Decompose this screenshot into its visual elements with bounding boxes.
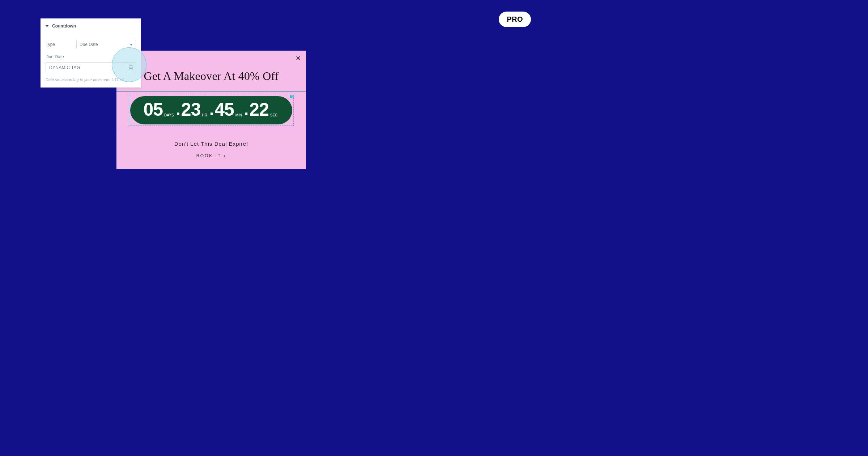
timezone-hint: Date set according to your timezone: UTC… — [46, 73, 136, 82]
countdown-seconds-label: SEC — [269, 113, 279, 119]
countdown-separator: . — [244, 102, 248, 118]
type-select[interactable]: Due Date — [76, 40, 136, 49]
countdown-separator: . — [209, 102, 214, 118]
type-label: Type — [46, 42, 55, 47]
due-date-label: Due Date — [46, 52, 136, 62]
chevron-down-icon — [130, 44, 133, 46]
popup-subtitle: Don't Let This Deal Expire! — [116, 129, 306, 153]
countdown-separator: . — [176, 102, 180, 118]
chevron-right-icon: › — [224, 153, 226, 158]
book-it-button[interactable]: BOOK IT › — [116, 153, 306, 158]
countdown-minutes: 45 — [214, 101, 234, 119]
type-select-value: Due Date — [80, 42, 98, 47]
countdown-widget-selected[interactable]: 05 DAYS . 23 HR . 45 MIN . 22 SEC — [129, 95, 294, 126]
countdown-section: 05 DAYS . 23 HR . 45 MIN . 22 SEC — [116, 91, 306, 129]
due-date-input[interactable]: DYNAMIC TAG — [46, 62, 126, 73]
pro-badge: PRO — [499, 12, 531, 27]
countdown-days: 05 — [143, 101, 163, 119]
popup-preview: ✕ Get A Makeover At 40% Off 05 DAYS . 23… — [116, 51, 306, 169]
countdown-settings-panel: Countdown Type Due Date Due Date DYNAMIC… — [41, 18, 141, 88]
popup-title: Get A Makeover At 40% Off — [116, 51, 306, 91]
countdown-pill: 05 DAYS . 23 HR . 45 MIN . 22 SEC — [130, 96, 292, 124]
due-date-value: DYNAMIC TAG — [49, 65, 80, 70]
countdown-seconds: 22 — [249, 101, 269, 119]
countdown-minutes-label: MIN — [235, 113, 243, 119]
panel-title: Countdown — [52, 24, 76, 29]
countdown-hours-label: HR — [201, 113, 208, 119]
dynamic-tag-button[interactable] — [126, 62, 136, 73]
database-icon — [129, 65, 133, 70]
close-icon: ✕ — [295, 55, 301, 62]
cta-label: BOOK IT — [196, 153, 222, 158]
close-button[interactable]: ✕ — [295, 55, 301, 61]
panel-section-toggle[interactable]: Countdown — [41, 18, 141, 33]
countdown-hours: 23 — [181, 101, 201, 119]
caret-down-icon — [46, 25, 48, 27]
countdown-days-label: DAYS — [163, 113, 175, 119]
